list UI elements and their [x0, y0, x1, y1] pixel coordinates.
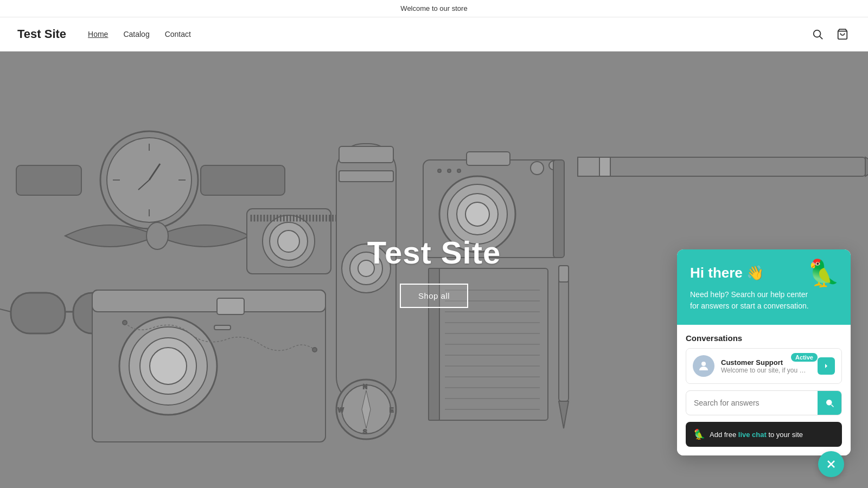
live-chat-text: Add free live chat to your site — [710, 431, 803, 439]
svg-point-82 — [826, 400, 832, 406]
person-icon — [697, 359, 710, 373]
svg-rect-74 — [559, 266, 569, 401]
live-chat-icon: 🦜 — [693, 428, 705, 440]
main-nav: Home Catalog Contact — [88, 29, 191, 39]
header: Test Site Home Catalog Contact — [0, 17, 868, 52]
nav-list: Home Catalog Contact — [88, 29, 191, 39]
svg-point-31 — [465, 202, 489, 226]
svg-rect-5 — [201, 165, 285, 195]
search-button[interactable] — [818, 391, 841, 415]
announcement-text: Welcome to our store — [400, 4, 467, 12]
chat-header: 🦜 Hi there 👋 Need help? Search our help … — [677, 249, 851, 325]
chat-close-button[interactable] — [818, 451, 844, 477]
hero-content: Test Site Shop all — [367, 234, 501, 308]
search-button[interactable] — [809, 26, 826, 42]
active-badge: Active — [791, 353, 818, 362]
conversation-preview: Welcome to our site, if you ne... — [721, 367, 808, 374]
svg-rect-77 — [578, 157, 865, 176]
chat-widget: 🦜 Hi there 👋 Need help? Search our help … — [677, 249, 851, 455]
nav-link-home[interactable]: Home — [88, 30, 108, 38]
chat-subtext: Need help? Search our help center for an… — [690, 289, 815, 312]
svg-rect-4 — [16, 165, 81, 195]
svg-rect-27 — [467, 152, 510, 165]
svg-rect-50 — [214, 325, 231, 330]
nav-link-contact[interactable]: Contact — [165, 30, 191, 38]
search-row — [686, 390, 842, 415]
chevron-right-icon — [822, 362, 831, 370]
svg-text:E: E — [390, 407, 393, 413]
svg-rect-44 — [92, 290, 326, 312]
svg-point-35 — [438, 169, 441, 172]
site-logo[interactable]: Test Site — [17, 27, 66, 41]
svg-rect-24 — [339, 146, 393, 163]
header-icons — [809, 26, 851, 42]
svg-rect-80 — [599, 157, 610, 176]
open-conversation-button[interactable] — [818, 357, 835, 375]
svg-rect-25 — [339, 171, 393, 182]
svg-line-1 — [820, 36, 822, 39]
search-input[interactable] — [686, 393, 818, 413]
svg-point-51 — [123, 320, 127, 325]
svg-text:W: W — [338, 407, 344, 413]
svg-point-32 — [531, 162, 544, 175]
svg-point-81 — [701, 362, 706, 366]
svg-point-52 — [312, 348, 317, 352]
svg-rect-76 — [559, 266, 569, 282]
svg-rect-49 — [217, 298, 244, 314]
cart-icon — [837, 28, 848, 40]
nav-item-home[interactable]: Home — [88, 29, 108, 39]
chat-body: Conversations Customer Support Welcome t… — [677, 325, 851, 455]
parrot-emoji: 🦜 — [807, 258, 840, 288]
announcement-bar: Welcome to our store — [0, 0, 868, 17]
nav-item-catalog[interactable]: Catalog — [123, 29, 149, 39]
svg-point-48 — [150, 348, 187, 384]
svg-line-83 — [831, 404, 833, 407]
hero-title: Test Site — [367, 234, 501, 271]
svg-point-0 — [814, 30, 821, 37]
svg-marker-78 — [865, 157, 868, 176]
live-chat-link[interactable]: live chat — [738, 431, 767, 439]
avatar — [693, 355, 714, 377]
svg-text:S: S — [363, 428, 367, 435]
svg-rect-79 — [578, 157, 599, 176]
svg-point-14 — [146, 222, 168, 249]
svg-rect-38 — [11, 293, 65, 333]
nav-link-catalog[interactable]: Catalog — [123, 30, 149, 38]
live-chat-bar[interactable]: 🦜 Add free live chat to your site — [686, 422, 842, 447]
svg-rect-34 — [553, 160, 564, 258]
shop-all-button[interactable]: Shop all — [400, 284, 468, 308]
conversation-item[interactable]: Customer Support Welcome to our site, if… — [686, 348, 842, 384]
svg-point-36 — [448, 169, 451, 172]
close-icon — [825, 458, 838, 471]
search-icon — [825, 398, 834, 408]
conversations-label: Conversations — [686, 333, 842, 343]
nav-item-contact[interactable]: Contact — [165, 29, 191, 39]
svg-point-37 — [457, 169, 461, 172]
svg-text:N: N — [363, 383, 367, 390]
svg-point-18 — [278, 230, 299, 252]
cart-button[interactable] — [834, 26, 851, 42]
search-icon — [812, 28, 824, 40]
